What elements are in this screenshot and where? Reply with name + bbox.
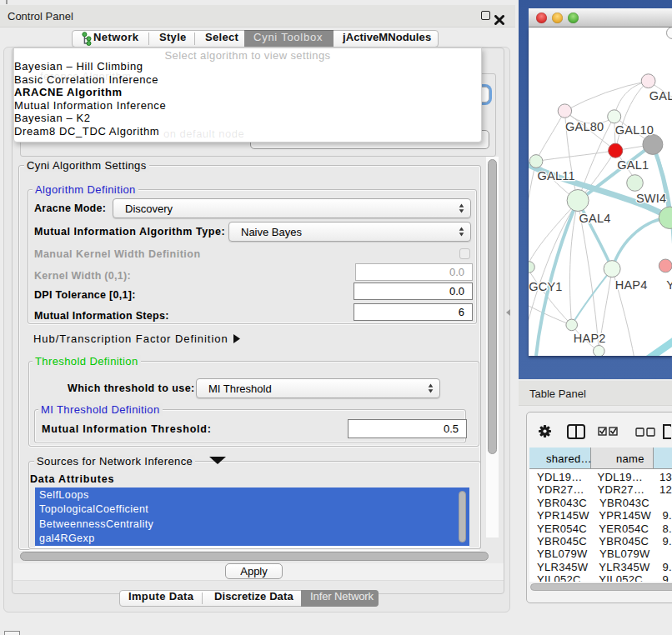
svg-text:SWI4: SWI4: [636, 192, 666, 205]
svg-text:GCY1: GCY1: [529, 280, 563, 293]
svg-text:HAP4: HAP4: [615, 278, 648, 292]
svg-text:GAL10: GAL10: [615, 123, 654, 137]
svg-text:GAL11: GAL11: [538, 169, 575, 182]
svg-text:HAP2: HAP2: [574, 332, 606, 345]
svg-text:GAL7: GAL7: [649, 89, 672, 102]
svg-text:Y: Y: [666, 278, 672, 292]
svg-text:GAL80: GAL80: [565, 120, 604, 133]
svg-text:GAL1: GAL1: [617, 158, 649, 172]
svg-text:GAL4: GAL4: [579, 212, 611, 225]
